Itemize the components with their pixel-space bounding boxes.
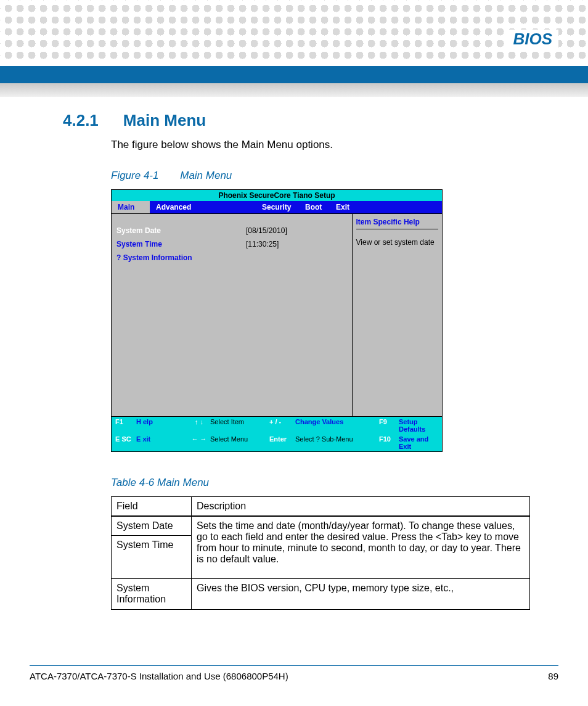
bios-help-panel: Item Specific Help View or set system da…	[353, 213, 442, 416]
bios-key-enter: Enter	[269, 435, 295, 450]
bios-key-leftright: ← →	[188, 435, 210, 450]
bios-setup-title: Phoenix SecureCore Tiano Setup	[111, 189, 443, 201]
bios-tab-exit[interactable]: Exit	[330, 201, 361, 213]
cell-desc-system-information: Gives the BIOS version, CPU type, memory…	[192, 579, 530, 610]
bios-key-f1: F1	[115, 418, 136, 433]
bios-key-plusminus: + / -	[269, 418, 295, 433]
bios-figure: Phoenix SecureCore Tiano Setup Main Adva…	[111, 189, 443, 452]
header-dot-pattern	[0, 0, 588, 62]
bios-key-updown: ↑ ↓	[188, 418, 210, 433]
bios-date-label: System Date	[116, 226, 246, 235]
bios-label-select-item: Select Item	[210, 418, 269, 433]
bios-main-panel: System Date [08/15/2010] System Time [11…	[112, 213, 353, 416]
bios-time-label: System Time	[116, 240, 246, 248]
bios-row-system-date[interactable]: System Date [08/15/2010]	[116, 226, 347, 235]
bios-label-change-values: Change Values	[295, 418, 379, 433]
footer-doc-title: ATCA-7370/ATCA-7370-S Installation and U…	[30, 671, 288, 681]
page-footer: ATCA-7370/ATCA-7370-S Installation and U…	[30, 665, 558, 681]
bios-tabs: Main Advanced Security Boot Exit	[111, 201, 443, 213]
bios-label-exit: E xit	[136, 435, 188, 450]
bios-tab-main[interactable]: Main	[112, 201, 150, 213]
bios-label-setup-defaults: Setup Defaults	[399, 418, 438, 433]
bios-help-header: Item Specific Help	[356, 218, 438, 226]
bios-help-divider	[356, 229, 438, 229]
cell-field-system-information: System Information	[112, 579, 192, 610]
table-row: System Information Gives the BIOS versio…	[112, 579, 530, 610]
bios-label-select-menu: Select Menu	[210, 435, 269, 450]
bios-footer: F1 H elp ↑ ↓ Select Item + / - Change Va…	[111, 417, 443, 452]
bios-time-value: [11:30:25]	[246, 240, 279, 248]
bios-row-system-time[interactable]: System Time [11:30:25]	[116, 240, 347, 248]
bios-key-esc: E SC	[115, 435, 136, 450]
header-chapter-title: BIOS	[507, 30, 558, 49]
cell-field-system-time: System Time	[112, 536, 192, 579]
th-field: Field	[112, 497, 192, 517]
th-description: Description	[192, 497, 530, 517]
main-menu-table: Field Description System Date Sets the t…	[111, 496, 530, 610]
bios-tab-security[interactable]: Security	[256, 201, 299, 213]
figure-number: Figure 4-1	[111, 170, 158, 181]
section-heading: 4.2.1 Main Menu	[63, 111, 555, 130]
bios-label-save-exit: Save and Exit	[399, 435, 438, 450]
table-row: System Date Sets the time and date (mont…	[112, 516, 530, 536]
bios-label-help: H elp	[136, 418, 188, 433]
footer-page-number: 89	[548, 671, 558, 681]
cell-field-system-date: System Date	[112, 516, 192, 536]
bios-tab-boot[interactable]: Boot	[299, 201, 330, 213]
cell-desc-date-time: Sets the time and date (month/day/year f…	[192, 516, 530, 579]
bios-key-f9: F9	[379, 418, 399, 433]
bios-row-system-information[interactable]: ? System Information	[116, 253, 347, 262]
bios-date-value: [08/15/2010]	[246, 226, 287, 235]
bios-help-description: View or set system date	[356, 238, 438, 247]
figure-caption: Figure 4-1 Main Menu	[111, 170, 555, 182]
bios-tab-advanced[interactable]: Advanced	[150, 201, 256, 213]
bios-info-label: ? System Information	[116, 253, 246, 262]
header-blue-bar	[0, 66, 588, 83]
header-grey-bar	[0, 83, 588, 97]
bios-key-f10: F10	[379, 435, 399, 450]
intro-paragraph: The figure below shows the Main Menu opt…	[111, 139, 555, 151]
figure-title: Main Menu	[180, 170, 232, 181]
bios-label-select-submenu: Select ? Sub-Menu	[295, 435, 379, 450]
section-number: 4.2.1	[63, 111, 99, 130]
section-title: Main Menu	[123, 111, 206, 130]
table-caption: Table 4-6 Main Menu	[111, 477, 555, 489]
